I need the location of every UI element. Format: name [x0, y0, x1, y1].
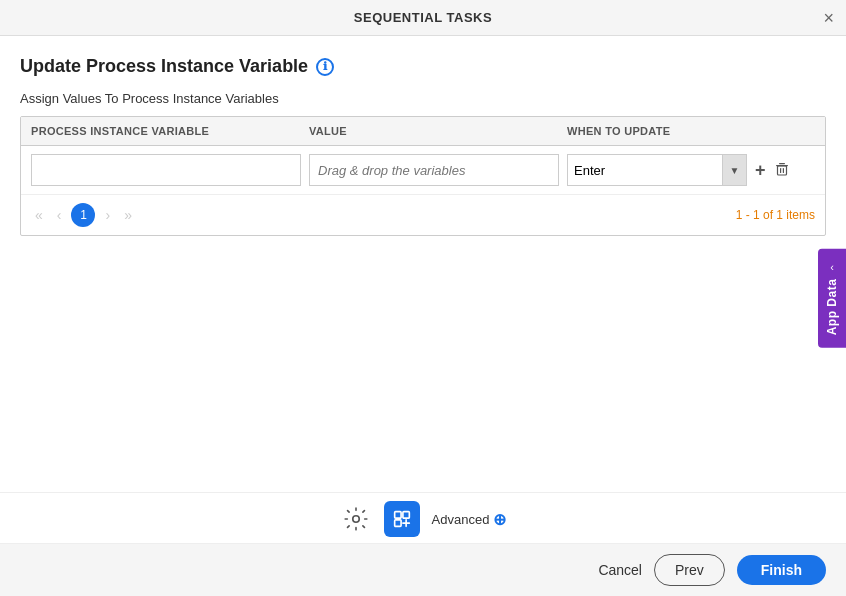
add-row-button[interactable]: +: [755, 160, 766, 181]
cancel-button[interactable]: Cancel: [598, 562, 642, 578]
close-button[interactable]: ×: [823, 7, 834, 28]
table-row: Enter Exit Always ▼ +: [21, 146, 825, 194]
svg-rect-2: [777, 166, 786, 175]
svg-point-5: [352, 516, 359, 523]
svg-rect-3: [780, 168, 781, 173]
when-to-update-wrapper: Enter Exit Always ▼: [567, 154, 747, 186]
advanced-plus-icon: ⊕: [493, 510, 506, 529]
svg-rect-4: [782, 168, 783, 173]
svg-rect-8: [394, 520, 400, 526]
svg-rect-6: [394, 512, 400, 518]
last-page-button[interactable]: »: [120, 205, 136, 225]
svg-rect-7: [402, 512, 408, 518]
tasks-icon: [384, 501, 420, 537]
app-data-label: App Data: [825, 279, 839, 336]
select-dropdown-arrow[interactable]: ▼: [722, 155, 746, 185]
value-input[interactable]: [309, 154, 559, 186]
next-page-button[interactable]: ›: [101, 205, 114, 225]
app-data-tab-inner[interactable]: ‹ App Data: [818, 249, 846, 348]
pagination-controls: « ‹ 1 › »: [31, 203, 136, 227]
modal-body: Update Process Instance Variable ℹ Assig…: [0, 36, 846, 492]
when-to-update-cell: Enter Exit Always ▼: [567, 154, 747, 186]
variable-input[interactable]: [31, 154, 301, 186]
modal-title: SEQUENTIAL TASKS: [354, 10, 492, 25]
variable-cell: [31, 154, 301, 186]
app-data-tab[interactable]: ‹ App Data: [818, 249, 846, 348]
finish-button[interactable]: Finish: [737, 555, 826, 585]
page-title-row: Update Process Instance Variable ℹ: [20, 56, 826, 77]
tasks-icon-button[interactable]: [384, 501, 420, 537]
gear-icon: [340, 503, 372, 535]
table-header: PROCESS INSTANCE VARIABLE VALUE WHEN TO …: [21, 117, 825, 146]
modal-container: SEQUENTIAL TASKS × Update Process Instan…: [0, 0, 846, 596]
variables-table: PROCESS INSTANCE VARIABLE VALUE WHEN TO …: [20, 116, 826, 236]
page-title: Update Process Instance Variable: [20, 56, 308, 77]
section-label: Assign Values To Process Instance Variab…: [20, 91, 826, 106]
footer-top: Advanced ⊕: [0, 492, 846, 543]
first-page-button[interactable]: «: [31, 205, 47, 225]
col-value: VALUE: [309, 125, 559, 137]
prev-button[interactable]: Prev: [654, 554, 725, 586]
page-1-button[interactable]: 1: [71, 203, 95, 227]
advanced-button[interactable]: Advanced ⊕: [432, 510, 507, 529]
prev-page-button[interactable]: ‹: [53, 205, 66, 225]
col-actions: [755, 125, 815, 137]
when-to-update-select[interactable]: Enter Exit Always: [568, 155, 722, 185]
row-actions: +: [755, 160, 815, 181]
pagination-info: 1 - 1 of 1 items: [736, 208, 815, 222]
pagination-row: « ‹ 1 › » 1 - 1 of 1 items: [21, 194, 825, 235]
app-data-chevron: ‹: [830, 261, 834, 273]
col-when-to-update: WHEN TO UPDATE: [567, 125, 747, 137]
footer-bottom: Cancel Prev Finish: [0, 543, 846, 596]
delete-row-button[interactable]: [774, 161, 790, 180]
advanced-label: Advanced: [432, 512, 490, 527]
col-process-instance-variable: PROCESS INSTANCE VARIABLE: [31, 125, 301, 137]
modal-header: SEQUENTIAL TASKS ×: [0, 0, 846, 36]
gear-icon-button[interactable]: [340, 503, 372, 535]
info-icon[interactable]: ℹ: [316, 58, 334, 76]
value-cell: [309, 154, 559, 186]
svg-rect-1: [779, 163, 785, 164]
